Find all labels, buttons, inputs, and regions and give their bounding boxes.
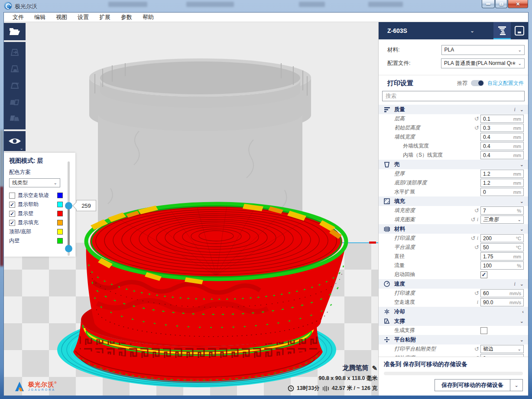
section-quality[interactable]: 质量 i ⌄: [379, 105, 528, 114]
custom-profile-link[interactable]: 自定义配置文件: [487, 80, 524, 87]
value-field[interactable]: 0.4mm: [480, 151, 524, 159]
info-icon[interactable]: i: [477, 216, 478, 223]
minimize-button[interactable]: [482, 0, 495, 8]
info-icon[interactable]: i: [477, 299, 478, 306]
setting-row-top-bottom-thickness[interactable]: 底部/顶部厚度 1.2mm: [379, 178, 528, 187]
chevron-down-icon[interactable]: ⌄: [520, 199, 524, 204]
section-adhesion[interactable]: 平台粘附 ⌄: [379, 335, 528, 344]
rename-pencil-icon[interactable]: ✎: [372, 364, 377, 372]
value-field[interactable]: 0.1mm: [480, 115, 524, 123]
reset-icon[interactable]: ↺: [474, 245, 479, 250]
setting-row-outer-wall-line-width[interactable]: 外墙线宽度 0.4mm: [379, 142, 528, 151]
chevron-down-icon[interactable]: ⌄: [520, 281, 524, 287]
menu-parameters[interactable]: 参数: [116, 13, 137, 22]
chevron-down-icon[interactable]: ⌄: [520, 337, 524, 343]
reset-icon[interactable]: ↺: [471, 217, 476, 222]
viewport-3d[interactable]: ⌄ 视图模式: 层 配色方案 线类型 ⌄ 显示空走轨迹 ✓: [4, 22, 379, 396]
value-field[interactable]: 0.4mm: [480, 142, 524, 150]
chevron-down-icon[interactable]: ⌄: [520, 226, 524, 232]
chevron-down-icon[interactable]: ⌄: [520, 319, 524, 324]
reset-icon[interactable]: ↺: [474, 125, 479, 131]
reset-icon[interactable]: ↺: [474, 116, 479, 122]
profile-dropdown[interactable]: PLA 普通质量(PLA Normal Qua ★ ⌄: [441, 58, 525, 68]
setting-row-diameter[interactable]: 直径 1.75mm: [379, 252, 528, 261]
menu-extensions[interactable]: 扩展: [94, 13, 116, 22]
value-field[interactable]: 1.2mm: [480, 170, 524, 178]
color-scheme-select[interactable]: 线类型 ⌄: [9, 178, 60, 187]
value-field[interactable]: 0.3mm: [480, 124, 524, 132]
info-icon[interactable]: i: [514, 281, 515, 287]
section-speed[interactable]: 速度 i ⌄: [379, 279, 528, 289]
reset-icon[interactable]: ↺: [474, 290, 479, 296]
setting-row-wall-thickness[interactable]: 壁厚 1.2mm: [379, 169, 528, 178]
setting-row-layer-height[interactable]: 层高 ↺ 0.1mm: [379, 114, 528, 123]
dropdown-field[interactable]: 三角形⌄: [480, 216, 524, 224]
close-button[interactable]: ✕: [508, 0, 528, 8]
retraction-checkbox[interactable]: ✓: [480, 271, 487, 278]
setting-row-inner-wall-line-width[interactable]: 内墙（S）线宽度 0.4mm: [379, 151, 528, 160]
search-input[interactable]: [382, 91, 525, 101]
value-field[interactable]: 100%: [480, 261, 524, 270]
per-model-settings-icon[interactable]: [9, 113, 20, 124]
generate-support-checkbox[interactable]: [480, 327, 487, 334]
setting-row-generate-support[interactable]: 生成支撑: [379, 326, 528, 335]
value-field[interactable]: 200°C: [480, 234, 524, 242]
recommended-toggle[interactable]: [471, 80, 484, 86]
maximize-button[interactable]: [495, 0, 507, 8]
setting-row-wall-line-width[interactable]: 墙线宽度 0.4mm: [379, 132, 528, 142]
section-support[interactable]: 支撑 ⌄: [379, 316, 528, 326]
value-field[interactable]: 1.75mm: [480, 252, 524, 261]
value-field[interactable]: 90.0mm/s: [480, 298, 524, 306]
chevron-down-icon[interactable]: ⌄: [520, 107, 524, 113]
chevron-down-icon[interactable]: ⌄: [470, 28, 474, 34]
menu-file[interactable]: 文件: [7, 13, 29, 22]
section-material[interactable]: 材料 ⌄: [379, 224, 528, 234]
save-to-removable-button[interactable]: 保存到可移动的存储设备: [435, 380, 510, 391]
setting-row-enable-retraction[interactable]: 启动回抽 ✓: [379, 270, 528, 279]
setting-row-bed-temperature[interactable]: 平台温度 ↺ 50°C: [379, 243, 528, 252]
value-field[interactable]: 1.2mm: [480, 179, 524, 187]
reset-icon[interactable]: ↺: [474, 208, 479, 213]
section-shell[interactable]: 壳 ⌄: [379, 160, 528, 169]
helper-checkbox[interactable]: ✓: [9, 202, 15, 208]
rotate-tool-icon[interactable]: [9, 80, 20, 91]
save-options-chevron[interactable]: ⌄: [510, 380, 522, 391]
setting-row-initial-layer-height[interactable]: 初始层高度 ↺ 0.3mm: [379, 123, 528, 132]
view-mode-block[interactable]: ⌄: [4, 131, 26, 151]
value-field[interactable]: 0mm: [480, 188, 524, 196]
travel-checkbox[interactable]: [9, 193, 15, 199]
reset-icon[interactable]: ↺: [474, 346, 479, 352]
printer-name[interactable]: Z-603S: [387, 27, 407, 34]
slider-lower-handle[interactable]: [65, 245, 72, 252]
material-dropdown[interactable]: PLA ⌄: [441, 45, 525, 55]
menu-settings[interactable]: 设置: [72, 13, 94, 22]
wall-checkbox[interactable]: ✓: [9, 211, 15, 217]
setting-row-adhesion-type[interactable]: 打印平台粘附类型 ↺ 裙边⌄: [379, 344, 528, 354]
tab-print-setup[interactable]: [493, 22, 511, 39]
value-field[interactable]: 60mm/s: [480, 289, 524, 297]
value-field[interactable]: 7%: [480, 206, 524, 215]
tab-monitor[interactable]: [511, 22, 528, 39]
info-icon[interactable]: i: [514, 106, 515, 113]
chevron-left-icon[interactable]: ‹: [522, 309, 524, 314]
reset-icon[interactable]: ↺: [471, 235, 476, 241]
scale-tool-icon[interactable]: [9, 64, 20, 75]
section-cooling[interactable]: 冷却 ‹: [379, 307, 528, 316]
setting-row-infill-pattern[interactable]: 填充图案 ↺ i 三角形⌄: [379, 215, 528, 224]
move-tool-icon[interactable]: [9, 47, 20, 58]
setting-row-print-speed[interactable]: 打印速度 ↺ 60mm/s: [379, 289, 528, 298]
dropdown-field[interactable]: 裙边⌄: [480, 345, 524, 353]
menu-edit[interactable]: 编辑: [29, 13, 51, 22]
menu-view[interactable]: 视图: [51, 13, 72, 22]
setting-row-skirt-width[interactable]: 裙边宽度 ↺ 8mm: [379, 354, 528, 357]
value-field[interactable]: 0.4mm: [480, 133, 524, 141]
infill-checkbox[interactable]: ✓: [9, 220, 15, 226]
chevron-down-icon[interactable]: ⌄: [520, 162, 524, 167]
open-file-icon[interactable]: [9, 27, 21, 36]
info-icon[interactable]: i: [477, 235, 478, 241]
setting-row-travel-speed[interactable]: 空走速度 i 90.0mm/s: [379, 298, 528, 307]
menu-help[interactable]: 帮助: [137, 13, 159, 22]
section-infill[interactable]: 填充 ⌄: [379, 196, 528, 206]
value-field[interactable]: 50°C: [480, 243, 524, 251]
setting-row-horizontal-expansion[interactable]: 水平扩展 0mm: [379, 187, 528, 196]
